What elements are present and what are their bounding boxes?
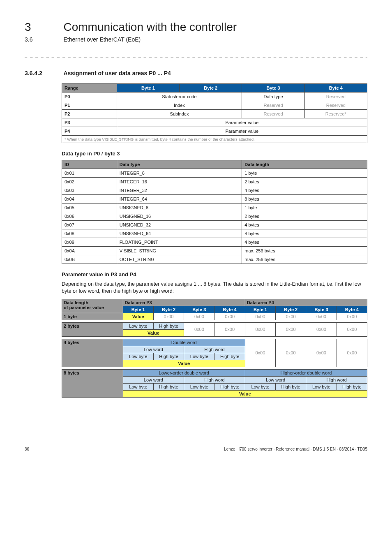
chapter-title: Communication with the controller — [63, 21, 237, 34]
table-cell: Value — [123, 329, 184, 336]
table-header: ID — [62, 160, 117, 169]
table-cell: Low byte — [306, 383, 337, 390]
table-cell: FLOATING_POINT — [117, 238, 242, 247]
table-header: Byte 2 — [153, 306, 184, 313]
table-cell: 0x00 — [245, 339, 275, 367]
table-cell: Value — [123, 313, 153, 320]
table-cell: 1 byte — [62, 313, 123, 320]
table-cell: 0x02 — [62, 178, 117, 186]
table-cell: * When the data type VISIBLE_STRING is t… — [62, 136, 367, 143]
subsection-number: 3.6.4.2 — [25, 70, 62, 76]
table-row: P3 Parameter value — [62, 118, 367, 127]
table-row: 0x04INTEGER_648 bytes — [62, 195, 367, 204]
table-cell: Low word — [123, 346, 184, 353]
table-cell: INTEGER_64 — [117, 195, 242, 204]
table-cell: 0x00 — [276, 339, 306, 367]
table-cell: P3 — [62, 118, 117, 127]
section-number: 3.6 — [25, 36, 62, 43]
table-cell: INTEGER_8 — [117, 169, 242, 178]
chapter-header: 3 Communication with the controller — [25, 21, 367, 34]
table-cell: Lower-order double word — [123, 369, 245, 376]
table-cell: 0x00 — [184, 322, 214, 336]
table-paramvalue: Data length of parameter value Data area… — [62, 299, 367, 398]
chapter-number: 3 — [25, 21, 62, 34]
table-cell: Reserved* — [304, 110, 367, 118]
table-cell: High word — [184, 346, 245, 353]
table-cell: 0x00 — [337, 322, 367, 336]
table-range: Range Byte 1 Byte 2 Byte 3 Byte 4 P0 Sta… — [62, 83, 367, 143]
paramvalue-heading: Parameter value in P3 and P4 — [62, 271, 367, 278]
table-cell: Index — [117, 101, 242, 110]
table-cell: Reserved — [242, 101, 304, 110]
table-cell: 0x09 — [62, 238, 117, 247]
table-row: 8 bytes Lower-order double word Higher-o… — [62, 369, 367, 376]
table-footnote: * When the data type VISIBLE_STRING is t… — [62, 136, 367, 143]
table-header: Data area P4 — [245, 299, 367, 306]
table-header: Byte 1 — [123, 306, 153, 313]
table-cell: P0 — [62, 92, 117, 101]
table-cell: 0x06 — [62, 212, 117, 221]
table-cell: Value — [123, 390, 367, 397]
table-cell: 1 byte — [242, 169, 367, 178]
table-cell: Parameter value — [117, 127, 367, 136]
table-cell: 0x07 — [62, 221, 117, 229]
table-cell: Low word — [245, 376, 306, 383]
table-cell: 0x00 — [245, 313, 275, 320]
table-row: 4 bytes Double word 0x00 0x00 0x00 0x00 — [62, 339, 367, 346]
table-row: 0x09FLOATING_POINT4 bytes — [62, 238, 367, 247]
table-row: 0x01INTEGER_81 byte — [62, 169, 367, 178]
table-cell: 0x00 — [306, 339, 337, 367]
table-cell: 0x00 — [245, 322, 275, 336]
table-cell: Double word — [123, 339, 245, 346]
table-cell: 0x00 — [337, 339, 367, 367]
table-cell: 0x00 — [214, 322, 245, 336]
table-cell: 0x0A — [62, 247, 117, 255]
table-row: P4 Parameter value — [62, 127, 367, 136]
table-row: 0x07UNSIGNED_324 bytes — [62, 221, 367, 229]
table-cell: UNSIGNED_8 — [117, 204, 242, 212]
table-cell: Low byte — [245, 383, 275, 390]
table-cell: 0x00 — [214, 313, 245, 320]
table-cell: 0x00 — [153, 313, 184, 320]
table-header: Data type — [117, 160, 242, 169]
table-row: 1 byte Value 0x00 0x00 0x00 0x00 0x00 0x… — [62, 313, 367, 320]
table-cell: 0x08 — [62, 229, 117, 238]
table-cell: High byte — [153, 383, 184, 390]
table-cell: 4 bytes — [242, 238, 367, 247]
table-cell: Reserved — [304, 101, 367, 110]
table-cell: P1 — [62, 101, 117, 110]
subsection-title: Assignment of user data areas P0 ... P4 — [63, 70, 171, 76]
table-cell: 0x00 — [184, 313, 214, 320]
table-cell: max. 256 bytes — [242, 255, 367, 264]
table-cell: 0x00 — [337, 313, 367, 320]
table-row: 2 bytes Low byte High byte 0x00 0x00 0x0… — [62, 322, 367, 329]
table-cell: Low word — [123, 376, 184, 383]
table-cell: UNSIGNED_16 — [117, 212, 242, 221]
table-cell: High word — [306, 376, 367, 383]
table-header: Byte 4 — [304, 84, 367, 92]
section-title: Ethernet over EtherCAT (EoE) — [63, 36, 141, 43]
table-cell: 0x01 — [62, 169, 117, 178]
table-cell: High word — [184, 376, 245, 383]
table-cell: UNSIGNED_32 — [117, 221, 242, 229]
table-cell: Value — [123, 360, 245, 367]
table-cell: High byte — [337, 383, 367, 390]
table-header: Byte 4 — [337, 306, 367, 313]
table-cell: 0x00 — [306, 313, 337, 320]
table-cell: 4 bytes — [62, 339, 123, 367]
page-footer: 36 Lenze · i700 servo inverter · Referen… — [25, 447, 367, 451]
dash-separator: _ _ _ _ _ _ _ _ _ _ _ _ _ _ _ _ _ _ _ _ … — [25, 53, 367, 58]
table-cell: 2 bytes — [242, 178, 367, 186]
table-cell: 4 bytes — [242, 221, 367, 229]
table-cell: High byte — [153, 353, 184, 360]
table-header: Range — [62, 84, 117, 92]
table-header: Byte 1 — [245, 306, 275, 313]
table-header: Byte 2 — [276, 306, 306, 313]
table-cell: 8 bytes — [242, 195, 367, 204]
table-cell: 0x03 — [62, 186, 117, 195]
table-row: 0x0BOCTET_STRINGmax. 256 bytes — [62, 255, 367, 264]
table-cell: 0x00 — [276, 313, 306, 320]
table-header: Byte 4 — [214, 306, 245, 313]
table-row: 0x05UNSIGNED_81 byte — [62, 204, 367, 212]
table-cell: Low byte — [184, 353, 214, 360]
